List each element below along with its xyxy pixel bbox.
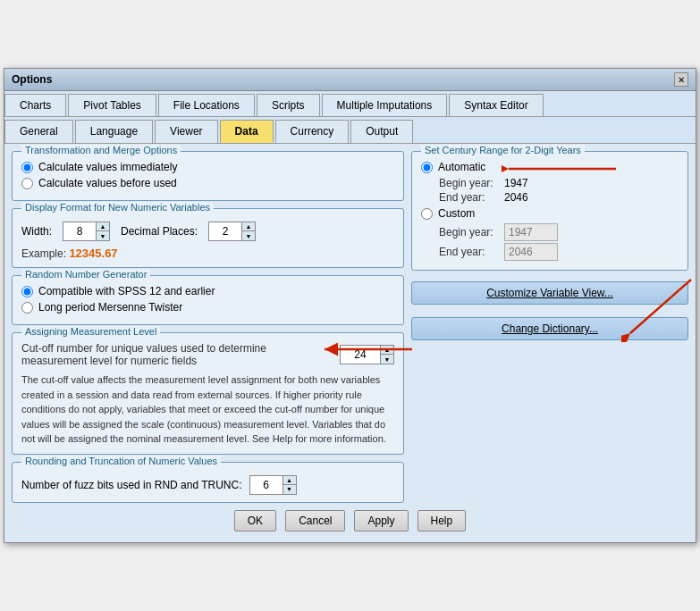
- format-row: Width: ▲ ▼ Decimal Places:: [21, 222, 394, 241]
- fuzz-arrows: ▲ ▼: [283, 476, 296, 494]
- help-button[interactable]: Help: [417, 510, 467, 531]
- tab-currency[interactable]: Currency: [275, 120, 350, 143]
- display-format-label: Display Format for New Numeric Variables: [21, 202, 214, 213]
- window-title: Options: [12, 73, 52, 86]
- tabs-row2: General Language Viewer Data Currency Ou…: [4, 117, 696, 144]
- fuzz-row: Number of fuzz bits used in RND and TRUN…: [21, 475, 394, 495]
- right-column: Set Century Range for 2-Digit Years Auto…: [411, 151, 688, 503]
- tab-general[interactable]: General: [4, 120, 73, 143]
- tab-scripts[interactable]: Scripts: [257, 94, 320, 116]
- assigning-group-label: Assigning Measurement Level: [21, 326, 160, 337]
- end-year-row: End year: 2046: [439, 191, 679, 204]
- example-label: Example:: [21, 247, 66, 260]
- close-button[interactable]: ✕: [674, 72, 688, 87]
- width-input[interactable]: [63, 222, 96, 240]
- tab-multiple-imputations[interactable]: Multiple Imputations: [322, 94, 448, 116]
- end-year-value: 2046: [504, 191, 528, 204]
- decimal-arrows: ▲ ▼: [241, 222, 255, 240]
- customize-variable-view-button[interactable]: Customize Variable View...: [411, 281, 688, 305]
- arrow-annotation-2: [323, 340, 412, 358]
- custom-begin-row: Begin year:: [439, 223, 679, 241]
- century-custom-radio[interactable]: [421, 208, 433, 220]
- century-group: Set Century Range for 2-Digit Years Auto…: [411, 151, 688, 271]
- rng-radio1[interactable]: [21, 286, 33, 297]
- options-dialog: Options ✕ Charts Pivot Tables File Locat…: [4, 68, 696, 543]
- rng-group-label: Random Number Generator: [21, 269, 150, 280]
- auto-radio-row: Automatic: [421, 161, 679, 173]
- rounding-group: Rounding and Truncation of Numeric Value…: [12, 462, 404, 503]
- cutoff-label: Cut-off number for unique values used to…: [21, 342, 331, 367]
- rng-radio2-label: Long period Mersenne Twister: [38, 301, 182, 314]
- fuzz-label: Number of fuzz bits used in RND and TRUN…: [21, 479, 242, 491]
- fuzz-spinbox[interactable]: ▲ ▼: [249, 475, 297, 495]
- content-area: Transformation and Merge Options Calcula…: [4, 144, 696, 542]
- tab-pivot-tables[interactable]: Pivot Tables: [68, 94, 156, 116]
- transform-group: Transformation and Merge Options Calcula…: [12, 151, 404, 201]
- cancel-button[interactable]: Cancel: [285, 510, 345, 531]
- decimal-input[interactable]: [209, 222, 241, 240]
- tab-output[interactable]: Output: [350, 120, 413, 143]
- tabs-row1: Charts Pivot Tables File Locations Scrip…: [4, 91, 696, 117]
- rng-radio1-label: Compatible with SPSS 12 and earlier: [38, 285, 215, 297]
- transform-radio2-label: Calculate values before used: [38, 177, 177, 189]
- arrow-annotation-1: [502, 161, 618, 177]
- custom-end-input[interactable]: [504, 243, 558, 261]
- century-group-label: Set Century Range for 2-Digit Years: [421, 145, 585, 155]
- fuzz-input[interactable]: [250, 476, 283, 494]
- begin-year-value: 1947: [504, 177, 528, 189]
- century-custom-label: Custom: [438, 207, 475, 220]
- fuzz-up[interactable]: ▲: [283, 476, 296, 485]
- tab-syntax-editor[interactable]: Syntax Editor: [449, 94, 543, 116]
- custom-radio-row: Custom: [421, 207, 679, 220]
- transform-radio2-row: Calculate values before used: [21, 177, 394, 189]
- custom-end-label: End year:: [439, 246, 497, 258]
- width-down[interactable]: ▼: [97, 231, 109, 240]
- decimal-label: Decimal Places:: [121, 225, 198, 238]
- rng-group: Random Number Generator Compatible with …: [12, 275, 404, 325]
- century-auto-label: Automatic: [438, 161, 485, 173]
- apply-button[interactable]: Apply: [354, 510, 408, 531]
- decimal-down[interactable]: ▼: [242, 231, 255, 240]
- rng-radio1-row: Compatible with SPSS 12 and earlier: [21, 285, 394, 297]
- display-format-group: Display Format for New Numeric Variables…: [12, 208, 404, 268]
- decimal-spinbox[interactable]: ▲ ▼: [208, 222, 256, 241]
- transform-radio1-label: Calculate values immediately: [38, 161, 177, 173]
- width-label: Width:: [21, 225, 52, 238]
- fuzz-down[interactable]: ▼: [283, 485, 296, 494]
- tab-charts[interactable]: Charts: [4, 94, 66, 116]
- begin-year-row: Begin year: 1947: [439, 177, 679, 189]
- ok-button[interactable]: OK: [234, 510, 276, 531]
- custom-begin-label: Begin year:: [439, 226, 497, 239]
- assigning-desc: The cut-off value affects the measuremen…: [21, 372, 394, 447]
- tab-language[interactable]: Language: [75, 120, 153, 143]
- tab-file-locations[interactable]: File Locations: [158, 94, 255, 116]
- decimal-up[interactable]: ▲: [242, 222, 255, 231]
- change-dictionary-button[interactable]: Change Dictionary...: [411, 317, 688, 340]
- left-column: Transformation and Merge Options Calcula…: [12, 151, 404, 503]
- rng-radio2-row: Long period Mersenne Twister: [21, 301, 394, 314]
- example-value: 12345.67: [69, 247, 117, 260]
- tab-data[interactable]: Data: [220, 120, 274, 143]
- end-year-label: End year:: [439, 191, 497, 204]
- rounding-group-label: Rounding and Truncation of Numeric Value…: [21, 456, 221, 466]
- tab-viewer[interactable]: Viewer: [155, 120, 217, 143]
- width-up[interactable]: ▲: [97, 222, 109, 231]
- transform-radio2[interactable]: [21, 178, 33, 189]
- century-auto-radio[interactable]: [421, 162, 433, 173]
- assigning-group: Assigning Measurement Level Cut-off numb…: [12, 332, 404, 455]
- transform-group-label: Transformation and Merge Options: [21, 145, 181, 155]
- bottom-buttons: OK Cancel Apply Help: [12, 503, 688, 535]
- cutoff-row: Cut-off number for unique values used to…: [21, 342, 394, 367]
- transform-radio1[interactable]: [21, 162, 33, 173]
- example-row: Example: 12345.67: [21, 247, 394, 260]
- custom-end-row: End year:: [439, 243, 679, 261]
- width-arrows: ▲ ▼: [96, 222, 109, 240]
- transform-radio1-row: Calculate values immediately: [21, 161, 394, 173]
- custom-begin-input[interactable]: [504, 223, 558, 241]
- title-bar: Options ✕: [4, 69, 696, 91]
- rng-radio2[interactable]: [21, 302, 33, 314]
- width-spinbox[interactable]: ▲ ▼: [63, 222, 110, 241]
- begin-year-label: Begin year:: [439, 177, 497, 189]
